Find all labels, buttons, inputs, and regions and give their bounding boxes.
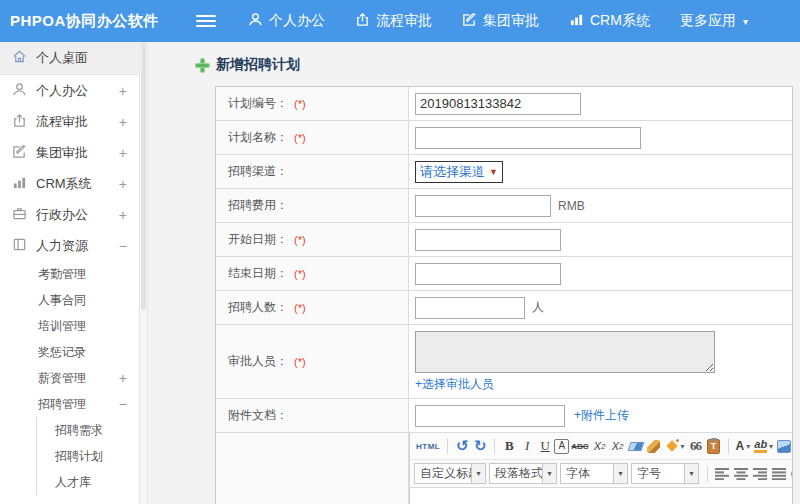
- attachment-upload-link[interactable]: +附件上传: [574, 407, 629, 424]
- nav-label: 集团审批: [483, 12, 539, 30]
- expand-plus[interactable]: +: [119, 176, 127, 192]
- recruit-plan-form: 计划编号： (*) 计划名称： (*) 招聘: [215, 86, 793, 504]
- expand-plus[interactable]: +: [119, 114, 127, 130]
- nav-group-approval[interactable]: 集团审批: [462, 12, 539, 30]
- plan-name-label: 计划名称：: [228, 129, 288, 146]
- sidebar-scrollbar[interactable]: [139, 42, 148, 504]
- sidebar-item-crm[interactable]: CRM系统 +: [0, 168, 139, 199]
- editor-toolbar: HTML ↺ ↻ B I U A ABC X2: [410, 433, 792, 488]
- sidebar-item-hr-contract[interactable]: 人事合同: [0, 287, 139, 313]
- expand-minus[interactable]: −: [119, 396, 127, 412]
- sidebar-item-personal-office[interactable]: 个人办公 +: [0, 75, 139, 106]
- edit-icon: [462, 12, 483, 30]
- strikethrough-button[interactable]: ABC: [569, 436, 590, 456]
- autotype-button[interactable]: A: [554, 439, 569, 454]
- sidebar-item-group-approval[interactable]: 集团审批 +: [0, 137, 139, 168]
- approver-textarea[interactable]: [415, 331, 715, 373]
- broom-icon: [647, 440, 660, 453]
- bold-button[interactable]: B: [500, 436, 518, 456]
- custom-title-select[interactable]: 自定义标题 ▾: [414, 463, 486, 484]
- font-family-select[interactable]: 字体 ▾: [560, 463, 628, 484]
- sidebar-item-recruit-need[interactable]: 招聘需求: [37, 417, 139, 443]
- paste-button[interactable]: T: [705, 436, 723, 456]
- fee-unit: RMB: [558, 199, 585, 213]
- sidebar-item-label: 集团审批: [36, 144, 119, 162]
- eraser-button[interactable]: [627, 436, 645, 456]
- insert-link-button[interactable]: [789, 464, 792, 484]
- form-row-start-date: 开始日期： (*): [216, 223, 792, 257]
- plan-no-input[interactable]: [415, 93, 581, 115]
- attachment-label: 附件文档：: [228, 407, 288, 424]
- book-icon: [12, 237, 36, 255]
- align-right-button[interactable]: [751, 464, 770, 484]
- nav-label: CRM系统: [590, 12, 650, 30]
- caret-down-icon: ▾: [471, 464, 485, 483]
- sidebar-item-recruit-plan[interactable]: 招聘计划: [37, 443, 139, 469]
- channel-select[interactable]: 请选择渠道 ▼: [415, 161, 503, 183]
- highlight-color-button[interactable]: ab▾: [752, 436, 775, 456]
- sidebar-item-label: 流程审批: [36, 113, 119, 131]
- sidebar-item-training[interactable]: 培训管理: [0, 313, 139, 339]
- expand-plus[interactable]: +: [119, 145, 127, 161]
- sidebar-item-admin-office[interactable]: 行政办公 +: [0, 199, 139, 230]
- blockquote-button[interactable]: 66: [687, 436, 705, 456]
- paragraph-format-select[interactable]: 段落格式 ▾: [489, 463, 557, 484]
- nav-workflow-approval[interactable]: 流程审批: [355, 12, 432, 30]
- nav-crm-system[interactable]: CRM系统: [569, 12, 650, 30]
- expand-plus[interactable]: +: [119, 370, 127, 386]
- sidebar-item-talent-pool[interactable]: 人才库: [37, 469, 139, 495]
- format-brush-button[interactable]: [645, 436, 663, 456]
- form-row-attachment: 附件文档： +附件上传: [216, 399, 792, 433]
- sidebar-item-workflow-approval[interactable]: 流程审批 +: [0, 106, 139, 137]
- sidebar-item-attendance[interactable]: 考勤管理: [0, 261, 139, 287]
- italic-button[interactable]: I: [518, 436, 536, 456]
- auto-format-button[interactable]: ▾: [663, 436, 687, 456]
- sidebar-item-desktop[interactable]: 个人桌面: [0, 42, 139, 75]
- form-row-headcount: 招聘人数： (*) 人: [216, 291, 792, 325]
- expand-minus[interactable]: −: [119, 238, 127, 254]
- top-nav: 个人办公 流程审批 集团审批 CRM系统 更多应用 ▾: [248, 12, 778, 30]
- attachment-input[interactable]: [415, 405, 565, 427]
- insert-image-button[interactable]: [775, 436, 792, 456]
- sidebar-item-label: CRM系统: [36, 175, 119, 193]
- user-icon: [12, 82, 36, 100]
- page-title: 新增招聘计划: [196, 56, 800, 74]
- sidebar-item-recruit-mgmt[interactable]: 招聘管理 −: [0, 391, 139, 417]
- caret-down-icon: ▾: [769, 442, 773, 451]
- undo-button[interactable]: ↺: [453, 436, 471, 456]
- required-mark: (*): [294, 98, 306, 110]
- expand-plus[interactable]: +: [119, 207, 127, 223]
- source-code-button[interactable]: HTML: [414, 436, 442, 456]
- form-row-plan-no: 计划编号： (*): [216, 87, 792, 121]
- eraser-icon: [627, 442, 644, 451]
- choose-approver-link[interactable]: +选择审批人员: [415, 376, 494, 393]
- end-date-input[interactable]: [415, 263, 561, 285]
- font-size-select[interactable]: 字号 ▾: [631, 463, 699, 484]
- start-date-input[interactable]: [415, 229, 561, 251]
- sidebar-item-hr[interactable]: 人力资源 −: [0, 230, 139, 261]
- align-justify-button[interactable]: [770, 464, 789, 484]
- font-color-button[interactable]: A▾: [734, 436, 753, 456]
- sidebar-item-reward-record[interactable]: 奖惩记录: [0, 339, 139, 365]
- align-left-button[interactable]: [713, 464, 732, 484]
- nav-more-apps[interactable]: 更多应用 ▾: [680, 12, 748, 30]
- caret-down-icon: ▾: [542, 464, 556, 483]
- redo-button[interactable]: ↻: [471, 436, 489, 456]
- plan-name-input[interactable]: [415, 127, 641, 149]
- editor-content-area[interactable]: [410, 488, 792, 504]
- headcount-input[interactable]: [415, 297, 525, 319]
- scrollbar-thumb[interactable]: [141, 42, 146, 310]
- subscript-button[interactable]: X2: [609, 436, 627, 456]
- top-bar: PHPOA协同办公软件 个人办公 流程审批 集团审批 CRM系统 更多应用 ▾: [0, 0, 800, 42]
- superscript-button[interactable]: X2: [591, 436, 609, 456]
- underline-button[interactable]: U: [536, 436, 554, 456]
- sidebar-item-salary[interactable]: 薪资管理 +: [0, 365, 139, 391]
- fee-input[interactable]: [415, 195, 551, 217]
- nav-personal-office[interactable]: 个人办公: [248, 12, 325, 30]
- expand-plus[interactable]: +: [119, 83, 127, 99]
- align-center-button[interactable]: [732, 464, 751, 484]
- add-plus-icon: [196, 59, 209, 72]
- sidebar-item-label: 行政办公: [36, 206, 119, 224]
- menu-toggle-icon[interactable]: [196, 12, 216, 30]
- required-mark: (*): [294, 132, 306, 144]
